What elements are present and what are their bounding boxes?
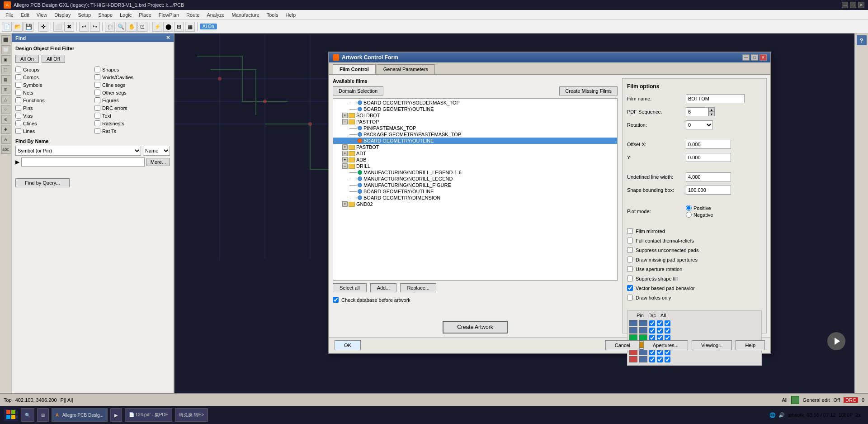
cb-symbols-input[interactable]: [15, 82, 21, 88]
toolbar-redo[interactable]: ↪: [90, 22, 100, 32]
cb-functions-input[interactable]: [15, 97, 21, 103]
pda-cb-3-drc[interactable]: [657, 335, 663, 341]
cb-cline-segs[interactable]: Cline segs: [94, 82, 170, 88]
context-help-btn[interactable]: ?: [857, 35, 867, 45]
cb-nets-input[interactable]: [15, 90, 21, 95]
more-btn[interactable]: More...: [146, 158, 170, 166]
toolbar-copy[interactable]: ⬜: [53, 22, 63, 32]
lt-btn-2[interactable]: ⬜: [1, 45, 10, 54]
pda-cb-1-pin[interactable]: [649, 320, 655, 326]
color-swatch-3a[interactable]: [629, 334, 637, 341]
cb-figures-input[interactable]: [94, 97, 100, 103]
cb-groups-input[interactable]: [15, 67, 21, 72]
cb-vias-input[interactable]: [15, 113, 21, 119]
toolbar-select[interactable]: ⬚: [105, 22, 115, 32]
cb-comps-input[interactable]: [15, 74, 21, 80]
tree-item-adb[interactable]: + ADB: [333, 157, 617, 163]
menu-place[interactable]: Place: [135, 11, 155, 19]
menu-file[interactable]: File: [2, 11, 17, 19]
ai-on-badge[interactable]: AI On: [200, 24, 217, 29]
tree-item-board-dim[interactable]: BOARD GEOMETRY/DIMENSION: [333, 195, 617, 201]
shape-bbox-input[interactable]: [686, 186, 731, 195]
cb-vector-based-input[interactable]: [627, 285, 633, 291]
toolbar-undo[interactable]: ↩: [79, 22, 89, 32]
tree-item-board-out[interactable]: BOARD GEOMETRY/OUTLINE: [333, 188, 617, 195]
taskbar-player[interactable]: ▶: [110, 408, 122, 422]
tree-expand-adb[interactable]: +: [342, 157, 348, 162]
dialog-close[interactable]: ✕: [760, 54, 767, 61]
check-db-checkbox[interactable]: [333, 297, 339, 303]
spin-up[interactable]: ▲: [708, 107, 715, 112]
menu-logic[interactable]: Logic: [116, 11, 135, 19]
cb-full-contact[interactable]: Full contact thermal-reliefs: [627, 238, 762, 243]
pda-cb-1-all[interactable]: [665, 320, 670, 326]
lt-btn-4[interactable]: ⬚: [1, 65, 10, 74]
cb-groups[interactable]: Groups: [15, 67, 91, 72]
create-missing-films-btn[interactable]: Create Missing Films: [559, 86, 618, 95]
cb-vector-based[interactable]: Vector based pad behavior: [627, 285, 762, 291]
apertures-btn[interactable]: Apertures...: [643, 340, 688, 350]
cb-functions[interactable]: Functions: [15, 97, 91, 103]
tree-item-ncfig[interactable]: MANUFACTURING/NCDRILL_FIGURE: [333, 182, 617, 188]
cb-comps[interactable]: Comps: [15, 74, 91, 80]
radio-negative[interactable]: [686, 212, 692, 218]
color-swatch-2a[interactable]: [629, 327, 637, 333]
find-by-query-btn[interactable]: Find by Query...: [15, 178, 70, 187]
pda-cb-3-all[interactable]: [665, 335, 670, 341]
pda-cb-2-all[interactable]: [665, 328, 670, 333]
cb-rat-ts-input[interactable]: [94, 128, 100, 134]
tree-item-pastbot[interactable]: + PASTBOT: [333, 144, 617, 150]
tree-expand-pasttop[interactable]: −: [342, 119, 348, 124]
menu-flowplan[interactable]: FlowPlan: [155, 11, 183, 19]
find-name-input[interactable]: [21, 157, 145, 167]
tree-item-2[interactable]: BOARD GEOMETRY/OUTLINE: [333, 106, 617, 112]
lt-btn-9[interactable]: ⊗: [1, 115, 10, 124]
cancel-btn[interactable]: Cancel: [605, 340, 640, 350]
cb-pins[interactable]: Pins: [15, 105, 91, 111]
cb-vias[interactable]: Vias: [15, 113, 91, 119]
menu-display[interactable]: Display: [51, 11, 74, 19]
cb-figures[interactable]: Figures: [94, 97, 170, 103]
tree-item-adt[interactable]: + ADT: [333, 150, 617, 157]
dialog-minimize[interactable]: —: [742, 54, 750, 61]
cb-lines[interactable]: Lines: [15, 128, 91, 134]
film-tree[interactable]: BOARD GEOMETRY/SOLDERMASK_TOP BOARD GEOM…: [333, 98, 618, 281]
menu-help[interactable]: Help: [282, 11, 299, 19]
menu-tools[interactable]: Tools: [263, 11, 282, 19]
lt-btn-11[interactable]: A: [1, 135, 10, 144]
cb-film-mirrored-input[interactable]: [627, 228, 633, 234]
lt-btn-1[interactable]: ⬛: [1, 35, 10, 44]
menu-view[interactable]: View: [33, 11, 51, 19]
viewlog-btn[interactable]: Viewlog...: [692, 340, 732, 350]
cb-nets[interactable]: Nets: [15, 90, 91, 95]
film-name-input[interactable]: [686, 94, 745, 103]
tree-expand-pastbot[interactable]: +: [342, 144, 348, 150]
pda-cb-2-pin[interactable]: [649, 328, 655, 333]
toolbar-zoom[interactable]: 🔍: [116, 22, 126, 32]
create-artwork-btn[interactable]: Create Artwork: [443, 321, 507, 333]
cb-voids[interactable]: Voids/Cavities: [94, 74, 170, 80]
cb-clines[interactable]: Clines: [15, 120, 91, 126]
offset-x-input[interactable]: [686, 140, 731, 149]
toolbar-wire[interactable]: ⚡: [152, 22, 162, 32]
add-btn[interactable]: Add...: [370, 283, 397, 292]
radio-negative-label[interactable]: Negative: [686, 212, 713, 218]
lt-btn-7[interactable]: △: [1, 95, 10, 104]
cb-rat-ts[interactable]: Rat Ts: [94, 128, 170, 134]
cb-suppress-shape-input[interactable]: [627, 276, 633, 281]
tree-item-1[interactable]: BOARD GEOMETRY/SOLDERMASK_TOP: [333, 100, 617, 106]
color-swatch-6a[interactable]: [629, 356, 637, 362]
select-all-btn[interactable]: Select all: [333, 283, 367, 292]
undef-line-input[interactable]: [686, 172, 731, 181]
taskbar-task-view[interactable]: ⊞: [37, 408, 49, 422]
tree-item-pinpaste[interactable]: PIN/PASTEMASK_TOP: [333, 125, 617, 131]
cb-voids-input[interactable]: [94, 74, 100, 80]
cb-other-segs[interactable]: Other segs: [94, 90, 170, 95]
offset-y-input[interactable]: [686, 153, 731, 162]
toolbar-route[interactable]: ⊞: [174, 22, 184, 32]
tab-general-params[interactable]: General Parameters: [377, 64, 435, 74]
all-off-btn[interactable]: All Off: [42, 55, 65, 63]
tree-expand-soldbot[interactable]: +: [342, 113, 348, 118]
cb-draw-missing-input[interactable]: [627, 257, 633, 262]
cb-film-mirrored[interactable]: Film mirrored: [627, 228, 762, 234]
